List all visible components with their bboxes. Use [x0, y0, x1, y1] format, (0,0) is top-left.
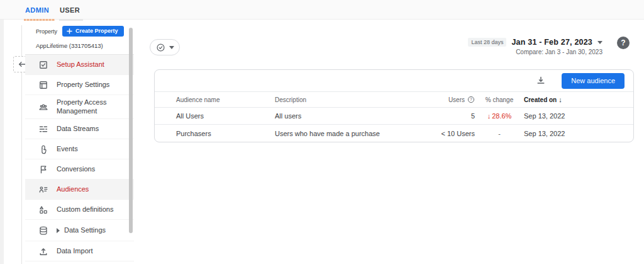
question-circle-icon[interactable]: ?: [467, 96, 475, 103]
column-header-description: Description: [275, 96, 439, 103]
audience-name-cell[interactable]: All Users: [176, 112, 275, 120]
segment-filter-chip[interactable]: [150, 39, 180, 55]
tab-user[interactable]: USER: [60, 0, 80, 20]
create-property-label: Create Property: [75, 28, 118, 34]
card-toolbar: New audience: [155, 70, 633, 91]
sidebar-item-property-settings[interactable]: Property Settings: [25, 75, 134, 95]
column-header-created-on[interactable]: Created on ↓: [524, 96, 633, 103]
svg-text:?: ?: [470, 97, 472, 101]
database-icon: [38, 226, 48, 236]
created-on-cell: Sep 13, 2022: [524, 112, 633, 120]
tab-admin[interactable]: ADMIN: [25, 0, 49, 20]
users-header-label: Users: [448, 96, 465, 103]
date-badge: Last 28 days: [468, 38, 506, 47]
setup-assistant-icon: [38, 60, 48, 70]
sidebar-item-label: Events: [57, 145, 125, 154]
table-row[interactable]: All Users All users 5 ↓ 28.6% Sep 13, 20…: [155, 108, 633, 125]
sidebar-item-data-import[interactable]: Data Import: [25, 241, 134, 261]
property-settings-icon: [38, 80, 48, 90]
sidebar-item-property-access-management[interactable]: Property Access Management: [25, 95, 134, 119]
change-cell: ↓ 28.6%: [487, 112, 512, 120]
download-icon[interactable]: [535, 75, 547, 86]
audiences-icon: [38, 185, 48, 195]
column-header-change: % change: [486, 96, 513, 103]
date-range-text: Jan 31 - Feb 27, 2023: [511, 38, 592, 47]
users-cell: < 10 Users: [441, 130, 475, 137]
sidebar-item-label: Custom definitions: [57, 205, 125, 214]
custom-definitions-icon: [38, 205, 48, 215]
property-sidebar: Property Create Property AppLifetime (33…: [25, 23, 134, 261]
sidebar-item-setup-assistant[interactable]: Setup Assistant: [25, 55, 134, 75]
sidebar-item-custom-definitions[interactable]: Custom definitions: [25, 200, 134, 220]
user-tab-underline: [59, 19, 83, 21]
sidebar-item-label: Data Import: [57, 247, 125, 256]
property-name[interactable]: AppLifetime (331705413): [25, 37, 134, 55]
admin-tab-active-underline: [24, 19, 55, 21]
sidebar-item-label: Property Settings: [57, 81, 125, 89]
new-audience-button[interactable]: New audience: [562, 73, 625, 89]
compare-range-text: Compare: Jan 3 - Jan 30, 2023: [516, 49, 602, 55]
sidebar-item-label: Data Streams: [57, 125, 125, 134]
table-header-row: Audience name Description Users ? % chan…: [155, 91, 633, 108]
down-arrow-icon: ↓: [487, 112, 491, 120]
data-streams-icon: [38, 124, 48, 134]
date-range-selector[interactable]: Last 28 days Jan 31 - Feb 27, 2023: [468, 38, 602, 47]
sidebar-item-conversions[interactable]: Conversions: [25, 159, 134, 180]
sidebar-scrollbar[interactable]: [129, 28, 133, 233]
date-range-block: Last 28 days Jan 31 - Feb 27, 2023 Compa…: [468, 38, 602, 55]
users-cell: 5: [471, 112, 475, 120]
change-cell: -: [498, 130, 501, 137]
expand-arrow-icon: [57, 228, 60, 233]
property-section-label: Property: [36, 28, 57, 35]
chevron-down-icon: [597, 41, 602, 44]
sort-descending-icon: ↓: [558, 96, 562, 103]
events-icon: [38, 144, 48, 154]
upload-icon: [38, 246, 48, 256]
people-icon: [38, 102, 48, 112]
left-edge-strip: [0, 20, 4, 264]
chevron-down-icon: [169, 46, 174, 49]
column-header-users: Users ?: [448, 96, 475, 103]
sidebar-item-label: Audiences: [57, 185, 125, 194]
sidebar-item-data-streams[interactable]: Data Streams: [25, 119, 134, 139]
sidebar-item-label: Property Access Management: [57, 98, 125, 116]
sidebar-item-data-settings[interactable]: Data Settings: [25, 220, 134, 241]
table-row[interactable]: Purchasers Users who have made a purchas…: [155, 125, 633, 142]
audiences-card: New audience Audience name Description U…: [154, 69, 634, 142]
sidebar-item-audiences[interactable]: Audiences: [25, 180, 134, 200]
created-on-header-label: Created on: [524, 96, 557, 103]
sidebar-item-events[interactable]: Events: [25, 139, 134, 159]
sidebar-item-label: Setup Assistant: [57, 60, 125, 69]
description-cell: All users: [275, 112, 439, 120]
plus-icon: [67, 28, 72, 34]
created-on-cell: Sep 13, 2022: [524, 130, 633, 137]
description-cell: Users who have made a purchase: [275, 130, 439, 137]
create-property-button[interactable]: Create Property: [62, 26, 124, 37]
help-button[interactable]: ?: [617, 37, 630, 49]
flag-icon: [38, 164, 48, 175]
check-circle-icon: [156, 43, 165, 52]
column-header-audience-name: Audience name: [176, 96, 275, 103]
sidebar-item-label: Conversions: [57, 165, 125, 174]
audience-name-cell[interactable]: Purchasers: [176, 130, 275, 137]
question-mark-glyph: ?: [621, 38, 625, 47]
sidebar-item-label: Data Settings: [64, 226, 132, 235]
change-value: 28.6%: [492, 112, 511, 120]
top-tab-bar: ADMIN USER: [0, 0, 644, 20]
